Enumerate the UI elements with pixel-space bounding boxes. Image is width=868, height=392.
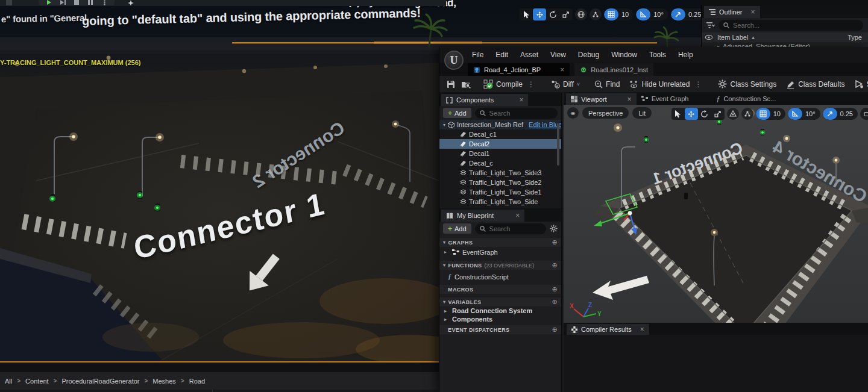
eventgraph-row[interactable]: ▸ EventGraph — [439, 247, 561, 257]
variable-category-row[interactable]: ▸ Components — [439, 315, 561, 323]
rotate-tool-icon[interactable] — [546, 8, 559, 20]
components-scrollbar[interactable] — [557, 123, 559, 166]
graphs-section-header[interactable]: ▾ GRAPHS ⊕ — [439, 238, 561, 247]
add-event-dispatcher-icon[interactable]: ⊕ — [552, 326, 558, 334]
close-icon[interactable]: × — [560, 66, 564, 73]
viewport-menu-icon[interactable]: ≡ — [567, 107, 579, 119]
coordinate-space-icon[interactable] — [727, 108, 739, 120]
functions-section-header[interactable]: ▾ FUNCTIONS (23 OVERRIDABLE) ⊕ — [439, 261, 561, 270]
component-row[interactable]: Decal_c1 — [439, 129, 561, 139]
class-defaults-button[interactable]: Class Defaults — [782, 77, 849, 92]
viewport-tab[interactable]: Viewport × — [566, 93, 637, 105]
compile-button[interactable]: Compile ⋮ — [479, 77, 541, 92]
macros-section-header[interactable]: MACROS ⊕ — [439, 285, 561, 294]
filter-icon[interactable] — [706, 22, 715, 29]
component-row-root[interactable]: ▾ Intersection_Mesh Ref Edit in Bluepr — [439, 120, 561, 129]
compile-options-icon[interactable]: ⋮ — [526, 80, 536, 89]
menu-window[interactable]: Window — [605, 51, 643, 59]
components-search[interactable] — [475, 108, 558, 119]
my-blueprint-tab[interactable]: My Blueprint × — [441, 210, 524, 222]
expand-icon[interactable]: ▸ — [444, 308, 449, 314]
browse-asset-button[interactable] — [459, 77, 473, 92]
component-row[interactable]: Traffic_Light_Two_Side1 — [439, 187, 561, 197]
surface-snap-icon[interactable] — [741, 108, 753, 120]
add-graph-icon[interactable]: ⊕ — [552, 238, 558, 246]
save-button[interactable] — [444, 77, 458, 92]
skip-button[interactable] — [58, 0, 67, 5]
outliner-tab[interactable]: Outliner × — [704, 6, 760, 18]
components-search-input[interactable] — [488, 109, 553, 117]
component-row[interactable]: Traffic_Light_Two_Side — [439, 197, 561, 207]
event-dispatchers-section-header[interactable]: EVENT DISPATCHERS ⊕ — [439, 325, 561, 334]
move-tool-icon[interactable] — [533, 8, 546, 20]
close-icon[interactable]: × — [640, 326, 644, 333]
close-icon[interactable]: × — [751, 8, 755, 16]
rotation-snap-control[interactable]: 10° — [788, 108, 820, 120]
play-button[interactable] — [45, 0, 53, 5]
world-space-icon[interactable] — [575, 8, 587, 20]
stop-button[interactable] — [72, 0, 81, 5]
visibility-eye-icon[interactable] — [705, 35, 712, 40]
scale-snap-control[interactable]: 0.25 — [671, 8, 701, 20]
add-variable-icon[interactable]: ⊕ — [552, 298, 558, 306]
move-tool-icon[interactable] — [685, 108, 698, 120]
constructionscript-row[interactable]: ƒ ConstructionScript — [439, 272, 561, 282]
my-blueprint-search[interactable] — [475, 223, 546, 234]
perspective-button[interactable]: Perspective — [582, 107, 629, 119]
expand-icon[interactable]: ▸ — [444, 317, 449, 322]
blueprint-preview-viewport[interactable]: Connector 1 Connector 4 — [564, 105, 868, 323]
scale-tool-icon[interactable] — [559, 8, 573, 20]
grid-snap-control[interactable]: 10 — [756, 108, 785, 120]
hide-unrelated-options-icon[interactable]: ⋮ — [693, 80, 703, 89]
simulation-button[interactable]: Simulation — [851, 77, 868, 92]
menu-edit[interactable]: Edit — [489, 51, 514, 59]
menu-help[interactable]: Help — [672, 51, 699, 59]
component-row[interactable]: Decal1 — [439, 149, 561, 158]
add-macro-icon[interactable]: ⊕ — [552, 285, 558, 293]
menu-file[interactable]: File — [466, 51, 489, 59]
breadcrumb-all[interactable]: All — [5, 378, 12, 385]
pause-button[interactable] — [86, 0, 95, 5]
my-blueprint-search-input[interactable] — [488, 225, 541, 233]
star-icon[interactable] — [127, 0, 135, 5]
diff-button[interactable]: Diff ˅ — [547, 77, 584, 92]
menu-asset[interactable]: Asset — [514, 51, 544, 59]
construction-script-tab[interactable]: ƒ Construction Sc... — [711, 93, 781, 105]
item-label-column[interactable]: Item Label — [717, 34, 748, 41]
variable-category-row[interactable]: ▸ Road Connection System — [439, 306, 561, 315]
component-row[interactable]: Traffic_Light_Two_Side3 — [439, 168, 561, 178]
breadcrumb-proceduralroadgenerator[interactable]: ProceduralRoadGenerator — [61, 378, 139, 385]
close-icon[interactable]: × — [519, 96, 523, 104]
breadcrumb-content[interactable]: Content — [25, 378, 49, 385]
type-column[interactable]: Type — [848, 34, 862, 41]
lit-button[interactable]: Lit — [632, 107, 652, 119]
hide-unrelated-button[interactable]: Hide Unrelated ⋮ — [625, 77, 708, 92]
outliner-search[interactable] — [719, 20, 863, 31]
outliner-search-input[interactable] — [732, 21, 858, 30]
compiler-results-tab[interactable]: Compiler Results × — [567, 324, 649, 335]
menu-view[interactable]: View — [544, 51, 572, 59]
component-row[interactable]: Decal_c — [439, 158, 561, 168]
rotation-snap-control[interactable]: 10° — [636, 8, 668, 20]
breadcrumb-road[interactable]: Road — [189, 378, 205, 385]
menu-debug[interactable]: Debug — [572, 51, 605, 59]
collapse-icon[interactable]: ▾ — [443, 122, 445, 128]
toolbar-icon[interactable] — [5, 0, 13, 5]
grid-snap-control[interactable]: 10 — [604, 8, 634, 20]
event-graph-tab[interactable]: Event Graph — [637, 93, 694, 105]
add-component-button[interactable]: + Add — [443, 108, 471, 118]
class-settings-button[interactable]: Class Settings — [714, 77, 781, 92]
close-icon[interactable]: × — [515, 212, 520, 219]
edit-in-blueprint-link[interactable]: Edit in Bluepr — [529, 121, 561, 128]
variables-section-header[interactable]: ▾ VARIABLES ⊕ — [439, 297, 561, 306]
find-button[interactable]: Find — [590, 77, 624, 92]
tab-roadlines012-inst[interactable]: RoadLines012_Inst — [574, 63, 653, 76]
settings-gear-icon[interactable] — [550, 225, 558, 232]
select-tool-icon[interactable] — [671, 108, 685, 120]
breadcrumb-meshes[interactable]: Meshes — [153, 378, 176, 385]
rotate-tool-icon[interactable] — [698, 108, 711, 120]
component-row-selected[interactable]: Decal2 — [439, 139, 561, 149]
scale-snap-control[interactable]: 0.25 — [823, 108, 858, 120]
select-tool-icon[interactable] — [520, 8, 533, 20]
scale-tool-icon[interactable] — [711, 108, 725, 120]
